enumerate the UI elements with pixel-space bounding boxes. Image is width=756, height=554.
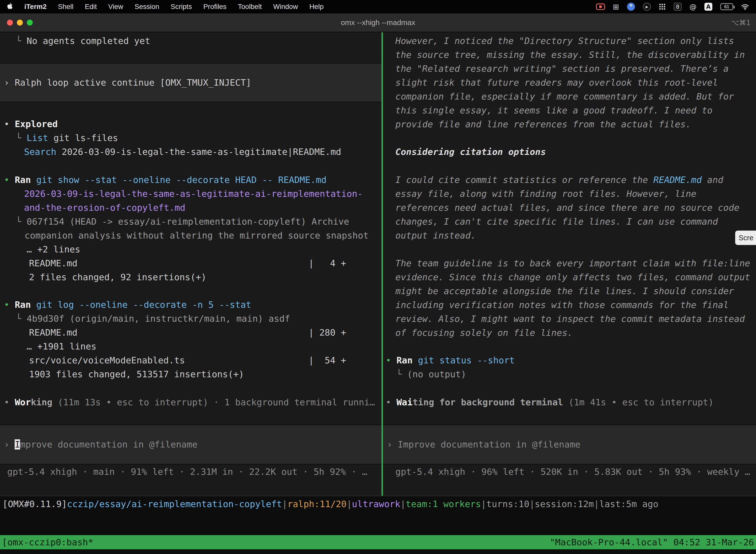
macos-menu-bar: iTerm2 Shell Edit View Session Scripts P… xyxy=(0,0,756,13)
separator: | xyxy=(594,499,599,509)
window-grid-icon[interactable]: ⊞ xyxy=(613,2,619,11)
screen-recording-icon[interactable] xyxy=(596,3,605,10)
bullet-icon: • xyxy=(4,175,9,185)
omx-last: last:5m ago xyxy=(599,499,658,509)
reasoning-heading: Considering citation options xyxy=(383,145,756,159)
input-placeholder: Improve documentation in @filename xyxy=(397,439,580,449)
ran-git-status-block: • Ran git status --short └ (no output) xyxy=(383,353,756,381)
menu-item-help[interactable]: Help xyxy=(309,3,324,11)
reasoning-paragraph: However, I noticed the "Directory Struct… xyxy=(383,34,756,131)
diff-stat-line: README.md | 4 + xyxy=(0,257,381,270)
tmux-host-time: "MacBook-Pro-44.local" 04:52 31-Mar-26 xyxy=(550,535,754,549)
apple-menu-icon[interactable] xyxy=(7,2,13,11)
ralph-banner: › Ralph loop active continue [OMX_TMUX_I… xyxy=(0,63,381,103)
reasoning-paragraph: The team guideline is to back every impo… xyxy=(383,257,756,340)
model-status-line: gpt-5.4 xhigh · 96% left · 520K in · 5.8… xyxy=(383,465,756,479)
essay-filename: 2026-03-09-is-legal-the-same-as-legitima… xyxy=(0,187,381,201)
menu-item-window[interactable]: Window xyxy=(273,3,298,11)
tree-branch-icon: └ xyxy=(16,133,26,143)
ran-git-show-block: • Ran git show --stat --oneline --decora… xyxy=(0,173,381,284)
agents-note: └ No agents completed yet xyxy=(0,34,381,48)
tree-branch-icon: └ xyxy=(16,314,26,324)
more-lines-note: … +1901 lines xyxy=(0,340,381,353)
prompt-icon: › xyxy=(387,439,392,449)
sparkle-icon[interactable]: * xyxy=(627,3,635,11)
tree-branch-icon: └ xyxy=(396,369,407,379)
menu-status-icons: ⊞ * ▸ 8 @ A 61 xyxy=(596,2,749,11)
ralph-banner-text: Ralph loop active continue [OMX_TMUX_INJ… xyxy=(15,77,251,88)
tree-branch-icon: └ xyxy=(16,36,26,46)
ran-git-log-block: • Ran git log --oneline --decorate -n 5 … xyxy=(0,298,381,381)
swirl-icon[interactable]: @ xyxy=(690,3,696,11)
play-icon[interactable]: ▸ xyxy=(643,3,651,11)
right-pane: However, I noticed the "Directory Struct… xyxy=(383,32,756,496)
more-lines-note: … +2 lines xyxy=(0,242,381,257)
menu-item-shell[interactable]: Shell xyxy=(58,3,73,11)
text-cursor: I xyxy=(15,439,20,449)
omx-branch-path: cczip/essay/ai-reimplementation-copyleft xyxy=(67,499,282,509)
menu-item-iterm2[interactable]: iTerm2 xyxy=(24,3,47,11)
screen-tooltip[interactable]: Scre xyxy=(735,231,756,245)
bullet-icon: • xyxy=(386,355,391,365)
terminal-content: └ No agents completed yet › Ralph loop a… xyxy=(0,32,756,554)
reasoning-paragraph: I could cite commit statistics or refere… xyxy=(383,173,756,242)
working-status-line: • Working (11m 13s • esc to interrupt) ·… xyxy=(0,395,381,409)
bullet-icon: • xyxy=(386,397,391,407)
separator: | xyxy=(400,499,406,509)
tmux-session-name: [omx-cczip0:bash* xyxy=(2,535,93,549)
omx-mode: ultrawork xyxy=(352,499,400,509)
omx-version: [OMX#0.11.9] xyxy=(2,499,67,509)
left-pane: └ No agents completed yet › Ralph loop a… xyxy=(0,32,381,496)
separator: | xyxy=(529,499,535,509)
diff-summary-line: 2 files changed, 92 insertions(+) xyxy=(0,270,381,284)
omx-ralph-progress: ralph:11/20 xyxy=(288,499,346,509)
bullet-icon: • xyxy=(4,119,9,129)
prompt-input[interactable]: › Improve documentation in @filename xyxy=(383,425,756,465)
tree-branch-icon: └ xyxy=(16,216,26,227)
bullet-icon: • xyxy=(4,397,9,407)
prompt-icon: › xyxy=(4,439,9,449)
tmux-status-bar: [omx-cczip0:bash* "MacBook-Pro-44.local"… xyxy=(0,535,756,549)
diff-stat-line: src/voice/voiceModeEnabled.ts | 54 + xyxy=(0,353,381,367)
menu-item-profiles[interactable]: Profiles xyxy=(203,3,227,11)
menu-item-toolbelt[interactable]: Toolbelt xyxy=(238,3,262,11)
battery-icon[interactable]: 61 xyxy=(720,3,733,10)
eight-key-icon[interactable]: 8 xyxy=(674,3,682,11)
menu-item-view[interactable]: View xyxy=(108,3,123,11)
explored-block: • Explored └ List git ls-files Search 20… xyxy=(0,117,381,159)
prompt-input[interactable]: › Improve documentation in @filename xyxy=(0,425,381,465)
window-title-bar[interactable]: omx --xhigh --madmax ⌥⌘1 xyxy=(0,13,756,32)
app-grid-icon[interactable] xyxy=(659,3,666,10)
separator: | xyxy=(346,499,352,509)
window-title: omx --xhigh --madmax xyxy=(0,18,756,27)
bullet-icon: • xyxy=(4,299,9,310)
waiting-status-line: • Waiting for background terminal (1m 41… xyxy=(383,395,756,409)
model-status-line: gpt-5.4 xhigh · main · 91% left · 2.31M … xyxy=(0,465,381,479)
input-placeholder: mprove documentation in @filename xyxy=(20,439,197,449)
status-region: [OMX#0.11.9] cczip/essay/ai-reimplementa… xyxy=(0,496,756,554)
menu-item-edit[interactable]: Edit xyxy=(85,3,97,11)
omx-turns: turns:10 xyxy=(486,499,529,509)
menu-item-scripts[interactable]: Scripts xyxy=(171,3,192,11)
omx-session: session:12m xyxy=(535,499,594,509)
window-shortcut-badge: ⌥⌘1 xyxy=(731,19,751,27)
diff-stat-line: README.md | 280 + xyxy=(0,326,381,340)
prompt-icon: › xyxy=(4,77,9,88)
diff-summary-line: 1903 files changed, 513517 insertions(+) xyxy=(0,367,381,381)
separator: | xyxy=(481,499,486,509)
wifi-icon[interactable] xyxy=(741,3,749,10)
omx-team: team:1 workers xyxy=(406,499,481,509)
battery-percent: 61 xyxy=(724,4,729,9)
input-source-icon[interactable]: A xyxy=(704,3,712,11)
separator: | xyxy=(282,499,288,509)
menu-item-session[interactable]: Session xyxy=(134,3,159,11)
omx-status-bar: [OMX#0.11.9] cczip/essay/ai-reimplementa… xyxy=(0,496,756,511)
readme-link[interactable]: README.md xyxy=(653,175,702,185)
